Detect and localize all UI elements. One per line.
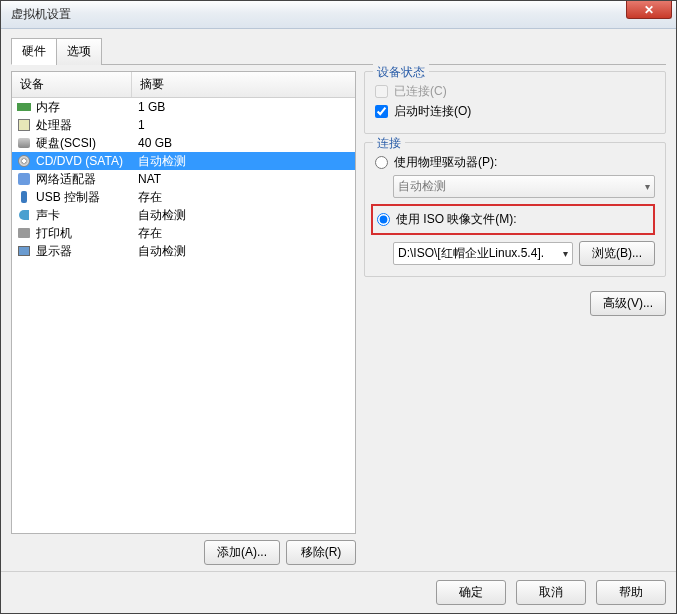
chevron-down-icon: ▾ xyxy=(645,181,650,192)
hardware-row[interactable]: 内存1 GB xyxy=(12,98,355,116)
hardware-name: 网络适配器 xyxy=(36,171,96,188)
titlebar[interactable]: 虚拟机设置 ✕ xyxy=(1,1,676,29)
ok-button[interactable]: 确定 xyxy=(436,580,506,605)
hardware-name: CD/DVD (SATA) xyxy=(36,154,123,168)
hardware-list: 设备 摘要 内存1 GB处理器1硬盘(SCSI)40 GBCD/DVD (SAT… xyxy=(11,71,356,534)
window-title: 虚拟机设置 xyxy=(11,6,71,23)
content-area: 硬件 选项 设备 摘要 内存1 GB处理器1硬盘(SCSI)40 GBCD/DV… xyxy=(1,29,676,571)
tab-hardware[interactable]: 硬件 xyxy=(11,38,57,65)
hardware-summary: NAT xyxy=(132,172,355,186)
iso-path-row: D:\ISO\[红帽企业Linux.5.4]. ▾ 浏览(B)... xyxy=(393,241,655,266)
cpu-icon xyxy=(16,118,32,132)
help-button[interactable]: 帮助 xyxy=(596,580,666,605)
device-status-legend: 设备状态 xyxy=(373,64,429,81)
right-panel: 设备状态 已连接(C) 启动时连接(O) 连接 使用物理驱动器(P): xyxy=(364,71,666,565)
hardware-summary: 存在 xyxy=(132,225,355,242)
hardware-name: 声卡 xyxy=(36,207,60,224)
hardware-name: 打印机 xyxy=(36,225,72,242)
hardware-row[interactable]: 声卡自动检测 xyxy=(12,206,355,224)
use-physical-label: 使用物理驱动器(P): xyxy=(394,154,497,171)
iso-highlight: 使用 ISO 映像文件(M): xyxy=(371,204,655,235)
hardware-summary: 1 xyxy=(132,118,355,132)
iso-path-combobox[interactable]: D:\ISO\[红帽企业Linux.5.4]. ▾ xyxy=(393,242,573,265)
advanced-row: 高级(V)... xyxy=(364,291,666,316)
footer: 确定 取消 帮助 xyxy=(1,571,676,613)
connection-group: 连接 使用物理驱动器(P): 自动检测 ▾ 使用 ISO 映像文件(M): xyxy=(364,142,666,277)
connected-row: 已连接(C) xyxy=(375,83,655,100)
hardware-row[interactable]: 处理器1 xyxy=(12,116,355,134)
hardware-row[interactable]: CD/DVD (SATA)自动检测 xyxy=(12,152,355,170)
hardware-row[interactable]: 打印机存在 xyxy=(12,224,355,242)
hardware-row[interactable]: USB 控制器存在 xyxy=(12,188,355,206)
tab-strip: 硬件 选项 xyxy=(11,37,666,65)
connect-at-power-on-label: 启动时连接(O) xyxy=(394,103,471,120)
iso-path-value: D:\ISO\[红帽企业Linux.5.4]. xyxy=(398,245,544,262)
hardware-name: 处理器 xyxy=(36,117,72,134)
hardware-summary: 自动检测 xyxy=(132,153,355,170)
connection-legend: 连接 xyxy=(373,135,405,152)
hardware-rows: 内存1 GB处理器1硬盘(SCSI)40 GBCD/DVD (SATA)自动检测… xyxy=(12,98,355,260)
hardware-row[interactable]: 网络适配器NAT xyxy=(12,170,355,188)
col-device: 设备 xyxy=(12,72,132,97)
net-icon xyxy=(16,172,32,186)
close-icon: ✕ xyxy=(644,4,654,16)
hardware-name: 内存 xyxy=(36,99,60,116)
disp-icon xyxy=(16,244,32,258)
use-iso-label: 使用 ISO 映像文件(M): xyxy=(396,211,517,228)
hardware-name: USB 控制器 xyxy=(36,189,100,206)
hdd-icon xyxy=(16,136,32,150)
device-status-group: 设备状态 已连接(C) 启动时连接(O) xyxy=(364,71,666,134)
connect-at-power-on-row[interactable]: 启动时连接(O) xyxy=(375,103,655,120)
cd-icon xyxy=(16,154,32,168)
hardware-summary: 自动检测 xyxy=(132,243,355,260)
prt-icon xyxy=(16,226,32,240)
tab-options[interactable]: 选项 xyxy=(56,38,102,65)
connected-label: 已连接(C) xyxy=(394,83,447,100)
physical-drive-dropdown: 自动检测 ▾ xyxy=(393,175,655,198)
use-iso-row[interactable]: 使用 ISO 映像文件(M): xyxy=(377,211,649,228)
hardware-summary: 1 GB xyxy=(132,100,355,114)
snd-icon xyxy=(16,208,32,222)
hardware-summary: 自动检测 xyxy=(132,207,355,224)
hardware-name: 硬盘(SCSI) xyxy=(36,135,96,152)
use-iso-radio[interactable] xyxy=(377,213,390,226)
close-button[interactable]: ✕ xyxy=(626,1,672,19)
main-area: 设备 摘要 内存1 GB处理器1硬盘(SCSI)40 GBCD/DVD (SAT… xyxy=(11,71,666,565)
use-physical-row[interactable]: 使用物理驱动器(P): xyxy=(375,154,655,171)
col-summary: 摘要 xyxy=(132,72,355,97)
remove-button[interactable]: 移除(R) xyxy=(286,540,356,565)
hardware-row[interactable]: 硬盘(SCSI)40 GB xyxy=(12,134,355,152)
cancel-button[interactable]: 取消 xyxy=(516,580,586,605)
left-panel: 设备 摘要 内存1 GB处理器1硬盘(SCSI)40 GBCD/DVD (SAT… xyxy=(11,71,356,565)
browse-button[interactable]: 浏览(B)... xyxy=(579,241,655,266)
physical-drive-value: 自动检测 xyxy=(398,178,446,195)
mem-icon xyxy=(16,100,32,114)
hardware-buttons: 添加(A)... 移除(R) xyxy=(11,540,356,565)
add-button[interactable]: 添加(A)... xyxy=(204,540,280,565)
chevron-down-icon: ▾ xyxy=(563,248,568,259)
hardware-row[interactable]: 显示器自动检测 xyxy=(12,242,355,260)
hardware-summary: 存在 xyxy=(132,189,355,206)
hardware-name: 显示器 xyxy=(36,243,72,260)
connected-checkbox xyxy=(375,85,388,98)
hardware-summary: 40 GB xyxy=(132,136,355,150)
hardware-list-header: 设备 摘要 xyxy=(12,72,355,98)
advanced-button[interactable]: 高级(V)... xyxy=(590,291,666,316)
use-physical-radio[interactable] xyxy=(375,156,388,169)
settings-window: 虚拟机设置 ✕ 硬件 选项 设备 摘要 内存1 GB处理器1硬盘(SCSI)40… xyxy=(0,0,677,614)
connect-at-power-on-checkbox[interactable] xyxy=(375,105,388,118)
usb-icon xyxy=(16,190,32,204)
